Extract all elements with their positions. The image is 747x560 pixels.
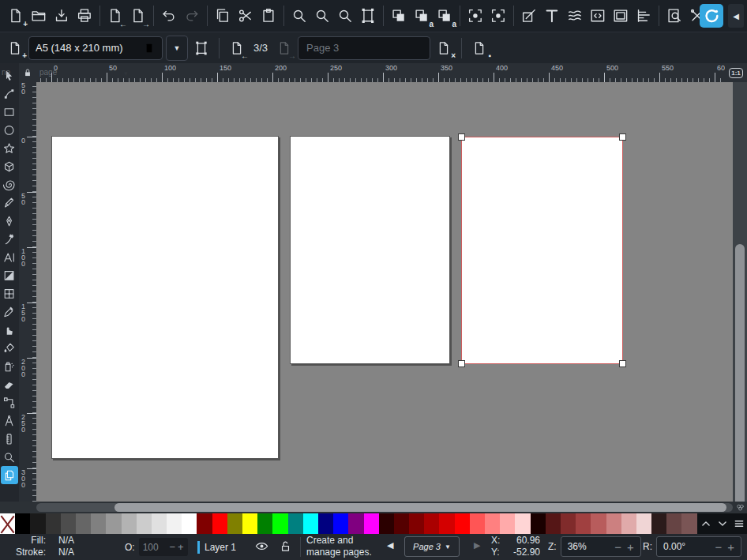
page-label-input[interactable] xyxy=(298,36,430,60)
copy-icon[interactable] xyxy=(212,5,234,27)
swatch[interactable] xyxy=(212,513,227,534)
find-replace-icon[interactable] xyxy=(663,5,685,27)
ruler-tool[interactable] xyxy=(1,430,18,448)
swatch[interactable] xyxy=(242,513,257,534)
swatch[interactable] xyxy=(76,513,91,534)
fill-stroke-indicator[interactable]: Fill: N/A Stroke: N/A xyxy=(5,535,74,558)
swatch[interactable] xyxy=(591,513,606,534)
fill-stroke-dialog-icon[interactable] xyxy=(518,5,540,27)
eraser-tool[interactable] xyxy=(1,375,18,393)
zoom-drawing-icon[interactable] xyxy=(311,5,333,27)
swatch[interactable] xyxy=(288,513,303,534)
star-tool[interactable] xyxy=(1,139,18,157)
swatch[interactable] xyxy=(106,513,121,534)
swatch[interactable] xyxy=(621,513,636,534)
paste-icon[interactable] xyxy=(257,5,280,27)
spiral-tool[interactable] xyxy=(1,175,18,194)
page-select-dropdown[interactable]: Page 3 ▼ xyxy=(404,536,460,557)
swatch[interactable] xyxy=(364,513,379,534)
vertical-scrollbar[interactable] xyxy=(733,82,747,502)
swatch[interactable] xyxy=(485,513,500,534)
swatch-none[interactable] xyxy=(0,513,15,534)
vertical-ruler[interactable]: 50 0 50 100 150 200 250 300 xyxy=(19,82,36,502)
swatch[interactable] xyxy=(348,513,363,534)
swatch[interactable] xyxy=(303,513,318,534)
swatch[interactable] xyxy=(424,513,439,534)
swatch[interactable] xyxy=(606,513,621,534)
swatch[interactable] xyxy=(455,513,470,534)
opacity-increase-button[interactable]: + xyxy=(178,542,184,552)
collapse-toolbar-button[interactable]: ◀ xyxy=(728,4,744,28)
rotation-input[interactable]: 0.00° − + xyxy=(656,536,741,557)
swatch[interactable] xyxy=(91,513,106,534)
move-page-backward-button[interactable]: ← xyxy=(227,38,247,58)
swatch[interactable] xyxy=(197,513,212,534)
tweak-tool[interactable] xyxy=(1,321,18,339)
layers-dialog-icon[interactable] xyxy=(564,5,586,27)
swatch[interactable] xyxy=(318,513,333,534)
lock-guides-toggle[interactable] xyxy=(19,63,36,82)
resize-page-to-content-button[interactable] xyxy=(191,38,212,58)
zoom-page-width-icon[interactable] xyxy=(357,5,379,27)
page-1[interactable] xyxy=(51,136,279,459)
swatch[interactable] xyxy=(182,513,197,534)
swatch[interactable] xyxy=(122,513,137,534)
duplicate-icon[interactable] xyxy=(388,5,410,27)
xml-editor-icon[interactable] xyxy=(587,5,609,27)
align-distribute-icon[interactable] xyxy=(633,5,655,27)
swatch[interactable] xyxy=(227,513,242,534)
swatch[interactable] xyxy=(531,513,546,534)
swatch[interactable] xyxy=(561,513,576,534)
horizontal-scrollbar-thumb[interactable] xyxy=(114,503,726,512)
opacity-decrease-button[interactable]: − xyxy=(169,542,175,552)
pages-tool[interactable] xyxy=(1,466,18,484)
swatch[interactable] xyxy=(651,513,666,534)
selection-handle[interactable] xyxy=(458,133,465,141)
pen-tool[interactable] xyxy=(1,212,18,230)
swatch[interactable] xyxy=(681,513,696,534)
swatch[interactable] xyxy=(470,513,485,534)
import-icon[interactable]: ← xyxy=(104,5,126,27)
zoom-page-icon[interactable] xyxy=(334,5,356,27)
opacity-input[interactable]: 100 − + xyxy=(139,538,188,556)
print-icon[interactable] xyxy=(73,5,96,27)
swatch[interactable] xyxy=(152,513,167,534)
delete-page-button[interactable]: × xyxy=(434,38,454,58)
redo-icon[interactable] xyxy=(181,5,203,27)
move-page-forward-button[interactable]: → xyxy=(274,38,295,58)
swatch[interactable] xyxy=(546,513,561,534)
zoom-input[interactable]: 36% − + xyxy=(561,536,641,557)
clone-icon[interactable]: a xyxy=(411,5,433,27)
swatch[interactable] xyxy=(576,513,591,534)
selection-handle[interactable] xyxy=(458,360,465,367)
calligraphy-tool[interactable] xyxy=(1,230,18,248)
horizontal-ruler[interactable]: 0 50 100 150 200 250 300 350 400 450 500… xyxy=(36,63,725,82)
palette-scroll-up-button[interactable] xyxy=(697,513,714,534)
undo-icon[interactable] xyxy=(158,5,180,27)
layer-indicator[interactable]: Layer 1 xyxy=(197,534,236,560)
swatch[interactable] xyxy=(15,513,30,534)
swatch[interactable] xyxy=(636,513,651,534)
zoom-increase-button[interactable]: + xyxy=(627,542,634,552)
layer-visibility-toggle[interactable] xyxy=(254,539,269,554)
swatch[interactable] xyxy=(500,513,515,534)
text-dialog-icon[interactable] xyxy=(541,5,563,27)
new-page-button[interactable]: + xyxy=(5,38,25,58)
palette-scroll-down-button[interactable] xyxy=(714,513,730,534)
cut-icon[interactable] xyxy=(235,5,257,27)
swatch[interactable] xyxy=(272,513,287,534)
spray-tool[interactable] xyxy=(1,357,18,375)
swatch[interactable] xyxy=(409,513,424,534)
next-page-button[interactable]: ▶ xyxy=(474,540,480,551)
swatch[interactable] xyxy=(333,513,348,534)
swatch[interactable] xyxy=(137,513,152,534)
new-document-icon[interactable]: + xyxy=(5,5,27,27)
save-document-icon[interactable] xyxy=(51,5,73,27)
swatch[interactable] xyxy=(394,513,409,534)
page-size-dropdown-button[interactable]: ▼ xyxy=(166,36,188,61)
selection-handle[interactable] xyxy=(619,133,626,141)
text-tool[interactable] xyxy=(1,248,18,266)
gradient-tool[interactable] xyxy=(1,266,18,284)
swatch[interactable] xyxy=(46,513,61,534)
export-icon[interactable]: → xyxy=(127,5,149,27)
